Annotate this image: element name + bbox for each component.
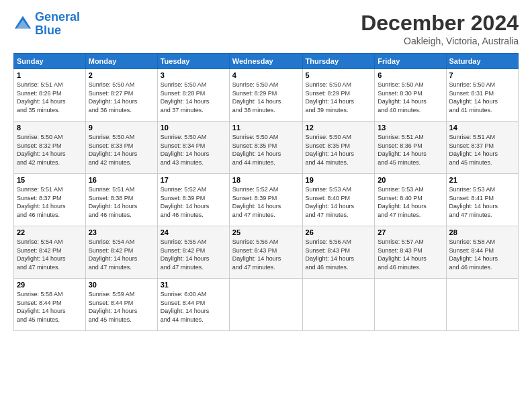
day-cell-21: 21Sunrise: 5:53 AM Sunset: 8:41 PM Dayli… bbox=[446, 174, 518, 226]
day-info: Sunrise: 5:51 AM Sunset: 8:37 PM Dayligh… bbox=[17, 185, 83, 219]
day-cell-4: 4Sunrise: 5:50 AM Sunset: 8:29 PM Daylig… bbox=[229, 69, 302, 122]
day-info: Sunrise: 5:57 AM Sunset: 8:43 PM Dayligh… bbox=[378, 238, 443, 271]
day-info: Sunrise: 5:58 AM Sunset: 8:44 PM Dayligh… bbox=[449, 238, 515, 271]
month-title: December 2024 bbox=[361, 11, 519, 36]
col-header-saturday: Saturday bbox=[446, 54, 518, 69]
day-cell-31: 31Sunrise: 6:00 AM Sunset: 8:44 PM Dayli… bbox=[157, 279, 229, 331]
day-cell-22: 22Sunrise: 5:54 AM Sunset: 8:42 PM Dayli… bbox=[14, 226, 86, 279]
day-number: 9 bbox=[89, 124, 154, 132]
day-number: 20 bbox=[378, 176, 443, 184]
day-info: Sunrise: 5:50 AM Sunset: 8:33 PM Dayligh… bbox=[89, 133, 154, 167]
day-info: Sunrise: 5:56 AM Sunset: 8:43 PM Dayligh… bbox=[232, 238, 300, 271]
day-info: Sunrise: 5:50 AM Sunset: 8:30 PM Dayligh… bbox=[378, 81, 443, 114]
logo-icon bbox=[13, 15, 32, 34]
logo-text: General Blue bbox=[35, 11, 80, 38]
day-number: 22 bbox=[17, 228, 83, 236]
day-number: 13 bbox=[378, 124, 443, 132]
day-number: 26 bbox=[306, 228, 372, 236]
location-subtitle: Oakleigh, Victoria, Australia bbox=[361, 36, 519, 46]
day-info: Sunrise: 5:51 AM Sunset: 8:38 PM Dayligh… bbox=[89, 185, 154, 219]
day-info: Sunrise: 5:50 AM Sunset: 8:32 PM Dayligh… bbox=[17, 133, 83, 167]
empty-cell bbox=[302, 279, 375, 331]
day-number: 10 bbox=[161, 124, 226, 132]
day-cell-26: 26Sunrise: 5:56 AM Sunset: 8:43 PM Dayli… bbox=[302, 226, 375, 279]
day-info: Sunrise: 5:51 AM Sunset: 8:37 PM Dayligh… bbox=[449, 133, 515, 167]
day-cell-27: 27Sunrise: 5:57 AM Sunset: 8:43 PM Dayli… bbox=[375, 226, 446, 279]
day-number: 8 bbox=[17, 124, 83, 132]
day-info: Sunrise: 5:58 AM Sunset: 8:44 PM Dayligh… bbox=[17, 290, 83, 324]
day-cell-17: 17Sunrise: 5:52 AM Sunset: 8:39 PM Dayli… bbox=[157, 174, 229, 226]
day-cell-10: 10Sunrise: 5:50 AM Sunset: 8:34 PM Dayli… bbox=[157, 122, 229, 174]
day-info: Sunrise: 5:55 AM Sunset: 8:42 PM Dayligh… bbox=[161, 238, 226, 271]
day-cell-15: 15Sunrise: 5:51 AM Sunset: 8:37 PM Dayli… bbox=[14, 174, 86, 226]
day-number: 23 bbox=[89, 228, 154, 236]
day-number: 1 bbox=[17, 71, 83, 79]
day-number: 4 bbox=[232, 71, 300, 79]
day-info: Sunrise: 5:50 AM Sunset: 8:31 PM Dayligh… bbox=[449, 81, 515, 114]
day-cell-6: 6Sunrise: 5:50 AM Sunset: 8:30 PM Daylig… bbox=[375, 69, 446, 122]
day-number: 2 bbox=[89, 71, 154, 79]
day-cell-19: 19Sunrise: 5:53 AM Sunset: 8:40 PM Dayli… bbox=[302, 174, 375, 226]
day-cell-1: 1Sunrise: 5:51 AM Sunset: 8:26 PM Daylig… bbox=[14, 69, 86, 122]
day-cell-14: 14Sunrise: 5:51 AM Sunset: 8:37 PM Dayli… bbox=[446, 122, 518, 174]
calendar-table: SundayMondayTuesdayWednesdayThursdayFrid… bbox=[13, 53, 519, 331]
day-info: Sunrise: 5:54 AM Sunset: 8:42 PM Dayligh… bbox=[89, 238, 154, 271]
day-info: Sunrise: 5:50 AM Sunset: 8:29 PM Dayligh… bbox=[306, 81, 372, 114]
day-cell-7: 7Sunrise: 5:50 AM Sunset: 8:31 PM Daylig… bbox=[446, 69, 518, 122]
page: General Blue December 2024 Oakleigh, Vic… bbox=[0, 0, 532, 411]
day-info: Sunrise: 5:50 AM Sunset: 8:27 PM Dayligh… bbox=[89, 81, 154, 114]
day-number: 27 bbox=[378, 228, 443, 236]
day-cell-12: 12Sunrise: 5:50 AM Sunset: 8:35 PM Dayli… bbox=[302, 122, 375, 174]
day-number: 5 bbox=[306, 71, 372, 79]
title-block: December 2024 Oakleigh, Victoria, Austra… bbox=[361, 11, 519, 46]
day-number: 3 bbox=[161, 71, 226, 79]
day-number: 24 bbox=[161, 228, 226, 236]
day-number: 17 bbox=[161, 176, 226, 184]
day-info: Sunrise: 5:50 AM Sunset: 8:29 PM Dayligh… bbox=[232, 81, 300, 114]
day-number: 30 bbox=[89, 281, 154, 289]
day-info: Sunrise: 5:54 AM Sunset: 8:42 PM Dayligh… bbox=[17, 238, 83, 271]
day-info: Sunrise: 5:50 AM Sunset: 8:35 PM Dayligh… bbox=[306, 133, 372, 167]
empty-cell bbox=[229, 279, 302, 331]
calendar-header-row: SundayMondayTuesdayWednesdayThursdayFrid… bbox=[14, 54, 519, 69]
day-cell-2: 2Sunrise: 5:50 AM Sunset: 8:27 PM Daylig… bbox=[85, 69, 157, 122]
col-header-monday: Monday bbox=[85, 54, 157, 69]
day-number: 29 bbox=[17, 281, 83, 289]
day-cell-25: 25Sunrise: 5:56 AM Sunset: 8:43 PM Dayli… bbox=[229, 226, 302, 279]
day-info: Sunrise: 5:53 AM Sunset: 8:40 PM Dayligh… bbox=[378, 185, 443, 219]
day-cell-23: 23Sunrise: 5:54 AM Sunset: 8:42 PM Dayli… bbox=[85, 226, 157, 279]
day-number: 19 bbox=[306, 176, 372, 184]
day-cell-9: 9Sunrise: 5:50 AM Sunset: 8:33 PM Daylig… bbox=[85, 122, 157, 174]
day-number: 28 bbox=[449, 228, 515, 236]
day-cell-29: 29Sunrise: 5:58 AM Sunset: 8:44 PM Dayli… bbox=[14, 279, 86, 331]
day-info: Sunrise: 5:50 AM Sunset: 8:28 PM Dayligh… bbox=[161, 81, 226, 114]
day-cell-16: 16Sunrise: 5:51 AM Sunset: 8:38 PM Dayli… bbox=[85, 174, 157, 226]
day-cell-8: 8Sunrise: 5:50 AM Sunset: 8:32 PM Daylig… bbox=[14, 122, 86, 174]
day-info: Sunrise: 5:53 AM Sunset: 8:40 PM Dayligh… bbox=[306, 185, 372, 219]
day-info: Sunrise: 5:51 AM Sunset: 8:26 PM Dayligh… bbox=[17, 81, 83, 114]
col-header-thursday: Thursday bbox=[302, 54, 375, 69]
logo-line2: Blue bbox=[35, 24, 80, 38]
empty-cell bbox=[446, 279, 518, 331]
day-info: Sunrise: 6:00 AM Sunset: 8:44 PM Dayligh… bbox=[161, 290, 226, 324]
col-header-tuesday: Tuesday bbox=[157, 54, 229, 69]
day-info: Sunrise: 5:59 AM Sunset: 8:44 PM Dayligh… bbox=[89, 290, 154, 324]
day-info: Sunrise: 5:50 AM Sunset: 8:34 PM Dayligh… bbox=[161, 133, 226, 167]
col-header-sunday: Sunday bbox=[14, 54, 86, 69]
col-header-wednesday: Wednesday bbox=[229, 54, 302, 69]
header: General Blue December 2024 Oakleigh, Vic… bbox=[13, 11, 519, 46]
day-number: 18 bbox=[232, 176, 300, 184]
day-number: 25 bbox=[232, 228, 300, 236]
day-info: Sunrise: 5:53 AM Sunset: 8:41 PM Dayligh… bbox=[449, 185, 515, 219]
day-cell-20: 20Sunrise: 5:53 AM Sunset: 8:40 PM Dayli… bbox=[375, 174, 446, 226]
day-info: Sunrise: 5:52 AM Sunset: 8:39 PM Dayligh… bbox=[161, 185, 226, 219]
day-cell-11: 11Sunrise: 5:50 AM Sunset: 8:35 PM Dayli… bbox=[229, 122, 302, 174]
col-header-friday: Friday bbox=[375, 54, 446, 69]
day-number: 12 bbox=[306, 124, 372, 132]
day-number: 7 bbox=[449, 71, 515, 79]
day-cell-3: 3Sunrise: 5:50 AM Sunset: 8:28 PM Daylig… bbox=[157, 69, 229, 122]
day-number: 11 bbox=[232, 124, 300, 132]
day-info: Sunrise: 5:51 AM Sunset: 8:36 PM Dayligh… bbox=[378, 133, 443, 167]
day-cell-18: 18Sunrise: 5:52 AM Sunset: 8:39 PM Dayli… bbox=[229, 174, 302, 226]
day-number: 21 bbox=[449, 176, 515, 184]
